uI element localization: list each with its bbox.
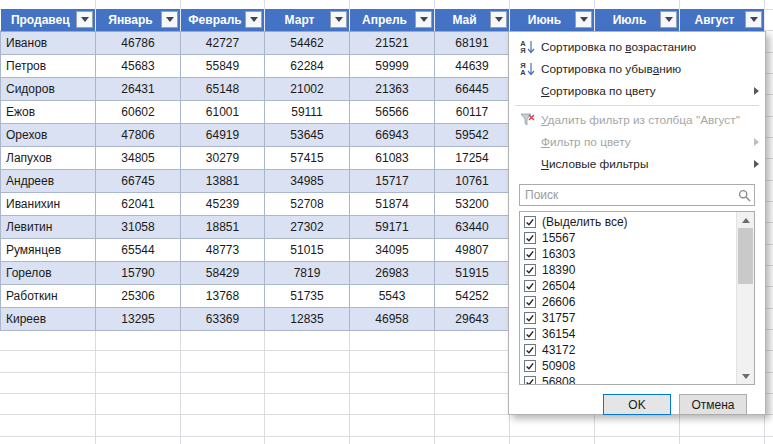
value-cell[interactable]: 59542 (435, 124, 510, 147)
cancel-button[interactable]: Отмена (679, 394, 747, 415)
checkbox-checked[interactable] (524, 248, 536, 260)
value-cell[interactable]: 21521 (350, 32, 435, 55)
checkbox-checked[interactable] (524, 216, 536, 228)
checkbox-checked[interactable] (524, 344, 536, 356)
value-cell[interactable]: 68191 (435, 32, 510, 55)
filter-dropdown-button[interactable] (245, 11, 262, 28)
value-cell[interactable]: 47806 (96, 124, 181, 147)
value-cell[interactable]: 21363 (350, 78, 435, 101)
checkbox-checked[interactable] (524, 312, 536, 324)
seller-cell[interactable]: Иванихин (1, 193, 96, 216)
value-cell[interactable]: 54462 (265, 32, 350, 55)
filter-list-item[interactable]: 18390 (524, 262, 736, 278)
seller-cell[interactable]: Работкин (1, 285, 96, 308)
value-cell[interactable]: 13881 (181, 170, 265, 193)
value-cell[interactable]: 59171 (350, 216, 435, 239)
value-cell[interactable]: 62284 (265, 55, 350, 78)
value-cell[interactable]: 48773 (181, 239, 265, 262)
value-cell[interactable]: 63369 (181, 308, 265, 331)
column-header[interactable]: Продавец (1, 9, 96, 32)
checkbox-checked[interactable] (524, 280, 536, 292)
value-cell[interactable]: 57415 (265, 147, 350, 170)
column-header[interactable]: Апрель (350, 9, 435, 32)
column-header[interactable]: Март (265, 9, 350, 32)
value-cell[interactable]: 66943 (350, 124, 435, 147)
value-cell[interactable]: 42727 (181, 32, 265, 55)
value-cell[interactable]: 26431 (96, 78, 181, 101)
filter-list-item[interactable]: 50908 (524, 358, 736, 374)
checkbox-checked[interactable] (524, 232, 536, 244)
value-cell[interactable]: 66445 (435, 78, 510, 101)
filter-list-item[interactable]: 36154 (524, 326, 736, 342)
value-cell[interactable]: 17254 (435, 147, 510, 170)
value-cell[interactable]: 53200 (435, 193, 510, 216)
value-cell[interactable]: 34985 (265, 170, 350, 193)
value-cell[interactable]: 46786 (96, 32, 181, 55)
value-cell[interactable]: 55849 (181, 55, 265, 78)
scroll-down-button[interactable] (737, 368, 754, 384)
list-scrollbar[interactable] (736, 212, 754, 384)
menu-item[interactable]: ЯАСортировка по убыванию (509, 58, 765, 80)
value-cell[interactable]: 59111 (265, 101, 350, 124)
filter-list-item[interactable]: 26504 (524, 278, 736, 294)
value-cell[interactable]: 60117 (435, 101, 510, 124)
column-header[interactable]: Май (435, 9, 510, 32)
value-cell[interactable]: 18851 (181, 216, 265, 239)
value-cell[interactable]: 7819 (265, 262, 350, 285)
value-cell[interactable]: 29643 (435, 308, 510, 331)
filter-list-item[interactable]: 56808 (524, 374, 736, 384)
column-header[interactable]: Июль (595, 9, 680, 32)
value-cell[interactable]: 51015 (265, 239, 350, 262)
ok-button[interactable]: OK (603, 394, 671, 415)
value-cell[interactable]: 65544 (96, 239, 181, 262)
value-cell[interactable]: 34805 (96, 147, 181, 170)
checkbox-checked[interactable] (524, 296, 536, 308)
column-header[interactable]: Июнь (510, 9, 595, 32)
value-cell[interactable]: 26983 (350, 262, 435, 285)
filter-dropdown-button[interactable] (161, 11, 178, 28)
filter-list-item[interactable]: 43172 (524, 342, 736, 358)
value-cell[interactable]: 27302 (265, 216, 350, 239)
checkbox-checked[interactable] (524, 328, 536, 340)
filter-dropdown-button[interactable] (490, 11, 507, 28)
seller-cell[interactable]: Иванов (1, 32, 96, 55)
value-cell[interactable]: 34095 (350, 239, 435, 262)
value-cell[interactable]: 52708 (265, 193, 350, 216)
column-header[interactable]: Февраль (181, 9, 265, 32)
value-cell[interactable]: 59999 (350, 55, 435, 78)
search-input[interactable] (519, 184, 755, 206)
seller-cell[interactable]: Ежов (1, 101, 96, 124)
value-cell[interactable]: 63440 (435, 216, 510, 239)
seller-cell[interactable]: Орехов (1, 124, 96, 147)
value-cell[interactable]: 49807 (435, 239, 510, 262)
checkbox-checked[interactable] (524, 360, 536, 372)
value-cell[interactable]: 54252 (435, 285, 510, 308)
value-cell[interactable]: 46958 (350, 308, 435, 331)
filter-dropdown-button[interactable] (745, 11, 762, 28)
value-cell[interactable]: 21002 (265, 78, 350, 101)
search-icon[interactable] (738, 188, 751, 206)
checkbox-checked[interactable] (524, 376, 536, 384)
scroll-up-button[interactable] (737, 212, 754, 228)
value-cell[interactable]: 30279 (181, 147, 265, 170)
value-cell[interactable]: 45683 (96, 55, 181, 78)
scroll-thumb[interactable] (738, 228, 753, 284)
column-header[interactable]: Январь (96, 9, 181, 32)
value-cell[interactable]: 10761 (435, 170, 510, 193)
column-header[interactable]: Август (680, 9, 765, 32)
menu-item[interactable]: Сортировка по цвету (509, 80, 765, 102)
seller-cell[interactable]: Горелов (1, 262, 96, 285)
value-cell[interactable]: 51735 (265, 285, 350, 308)
value-cell[interactable]: 61083 (350, 147, 435, 170)
seller-cell[interactable]: Румянцев (1, 239, 96, 262)
value-cell[interactable]: 31058 (96, 216, 181, 239)
filter-list-item[interactable]: 15567 (524, 230, 736, 246)
filter-list-item-select-all[interactable]: (Выделить все) (524, 214, 736, 230)
value-cell[interactable]: 51915 (435, 262, 510, 285)
value-cell[interactable]: 13768 (181, 285, 265, 308)
filter-dropdown-button[interactable] (575, 11, 592, 28)
value-cell[interactable]: 64919 (181, 124, 265, 147)
seller-cell[interactable]: Лапухов (1, 147, 96, 170)
seller-cell[interactable]: Петров (1, 55, 96, 78)
filter-dropdown-button[interactable] (76, 11, 93, 28)
